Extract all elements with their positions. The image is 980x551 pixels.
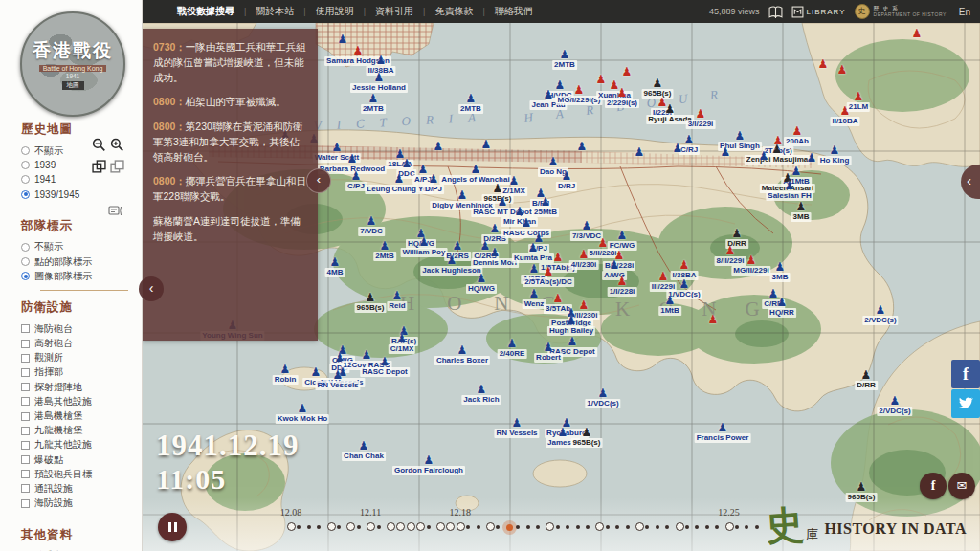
timeline-point[interactable]	[626, 525, 630, 529]
timeline-point[interactable]	[297, 525, 301, 529]
unit-marker[interactable]: ♟	[418, 164, 429, 175]
unit-marker[interactable]: ♟	[528, 242, 539, 253]
unit-marker[interactable]: ♟	[544, 266, 554, 277]
unit-marker[interactable]: ♟	[679, 278, 690, 290]
timeline-point[interactable]	[357, 525, 361, 529]
unit-marker[interactable]: ♟	[330, 256, 341, 268]
unit-marker[interactable]: ♟	[541, 196, 551, 208]
checkbox-control[interactable]	[21, 484, 30, 493]
unit-marker[interactable]: ♟	[490, 247, 501, 258]
unit-marker[interactable]: ♟	[374, 72, 385, 83]
timeline-point[interactable]	[715, 525, 719, 529]
unit-marker[interactable]: ♟	[477, 273, 487, 284]
unit-marker[interactable]: ♟	[402, 158, 412, 169]
unit-marker[interactable]: ♟	[718, 422, 728, 433]
unit-marker[interactable]: ♟	[622, 66, 633, 77]
timeline-point[interactable]	[735, 525, 739, 529]
timeline-point[interactable]	[457, 522, 465, 531]
menu-item[interactable]: 資料引用	[366, 5, 423, 18]
unit-marker[interactable]: ♟	[453, 240, 463, 252]
unit-marker[interactable]: ♟	[424, 454, 434, 466]
unit-marker[interactable]: ♟	[818, 58, 829, 70]
unit-marker[interactable]: ♟	[558, 427, 568, 438]
zoom-out-icon[interactable]	[92, 138, 106, 156]
radio-option[interactable]: 點的部隊標示	[21, 254, 142, 269]
timeline-point[interactable]	[725, 522, 734, 531]
timeline-point[interactable]	[665, 525, 669, 529]
checkbox-option[interactable]: 九龍其他設施	[21, 438, 142, 452]
unit-marker[interactable]: ♟	[362, 349, 372, 361]
timeline-point[interactable]	[676, 522, 684, 531]
unit-marker[interactable]: ♟	[419, 236, 430, 248]
pause-button[interactable]	[158, 513, 187, 541]
unit-marker[interactable]: ♟	[311, 366, 322, 378]
timeline-point[interactable]	[536, 525, 540, 529]
timeline-point[interactable]	[427, 525, 431, 529]
unit-marker[interactable]: ♟	[332, 142, 343, 153]
timeline-point[interactable]	[595, 522, 604, 531]
unit-marker[interactable]: ♟	[490, 223, 501, 234]
timeline-point[interactable]	[387, 522, 395, 531]
radio-control[interactable]	[21, 257, 30, 266]
unit-marker[interactable]: ♟	[471, 164, 481, 175]
unit-marker[interactable]: ♟	[617, 230, 628, 241]
unit-marker[interactable]: ♟	[579, 299, 590, 311]
unit-marker[interactable]: ♟	[610, 259, 620, 271]
unit-marker[interactable]: ♟	[568, 336, 578, 347]
unit-marker[interactable]: ♟	[579, 249, 590, 260]
unit-marker[interactable]: ♟	[792, 125, 803, 137]
checkbox-control[interactable]	[21, 499, 30, 508]
unit-marker[interactable]: ♟	[746, 254, 757, 266]
unit-marker[interactable]: ♟	[759, 150, 769, 162]
library-logo[interactable]: LIBRARY	[791, 6, 846, 18]
unit-marker[interactable]: ♟	[555, 79, 566, 91]
timeline-point[interactable]	[436, 522, 445, 531]
checkbox-option[interactable]: 指揮部	[21, 365, 142, 380]
unit-marker[interactable]: ♟	[394, 173, 405, 185]
unit-marker[interactable]: ♟	[725, 245, 736, 256]
timeline-point[interactable]	[337, 525, 341, 529]
checkbox-control[interactable]	[21, 397, 30, 406]
radio-option[interactable]: 圖像部隊標示	[21, 269, 142, 283]
timeline-point[interactable]	[635, 522, 644, 531]
unit-label-toggle-icon[interactable]	[108, 203, 123, 220]
timeline-point[interactable]	[396, 522, 405, 531]
radio-control[interactable]	[21, 161, 30, 169]
checkbox-control[interactable]	[21, 441, 30, 450]
unit-marker[interactable]: ♟	[380, 356, 390, 367]
unit-marker[interactable]: ♟	[338, 33, 348, 45]
unit-marker[interactable]: ♟	[708, 314, 719, 325]
unit-marker[interactable]: ♟	[679, 259, 690, 271]
unit-marker[interactable]: ♟	[562, 170, 572, 182]
checkbox-control[interactable]	[21, 324, 30, 333]
unit-marker[interactable]: ♟	[854, 91, 864, 102]
timeline-point[interactable]	[346, 522, 355, 531]
unit-marker[interactable]: ♟	[577, 141, 588, 152]
unit-marker[interactable]: ♟	[635, 146, 645, 158]
unit-marker[interactable]: ♟	[366, 292, 376, 303]
unit-marker[interactable]: ♟	[347, 153, 358, 165]
timeline-point[interactable]	[446, 522, 455, 531]
unit-marker[interactable]: ♟	[498, 196, 508, 208]
timeline-point[interactable]	[367, 522, 375, 531]
unit-marker[interactable]: ♟	[481, 139, 492, 150]
timeline-point[interactable]	[377, 525, 381, 529]
unit-marker[interactable]: ♟	[553, 293, 564, 304]
unit-marker[interactable]: ♟	[298, 403, 308, 414]
unit-marker[interactable]: ♟	[673, 143, 683, 154]
language-toggle-en[interactable]: En	[955, 7, 970, 17]
unit-marker[interactable]: ♟	[665, 103, 676, 115]
radio-control[interactable]	[21, 175, 30, 184]
unit-marker[interactable]: ♟	[617, 276, 628, 287]
unit-marker[interactable]: ♟	[434, 141, 444, 152]
unit-marker[interactable]: ♟	[376, 55, 387, 66]
timeline-point[interactable]	[645, 525, 649, 529]
unit-marker[interactable]: ♟	[447, 254, 457, 266]
unit-marker[interactable]: ♟	[653, 77, 663, 89]
unit-marker[interactable]: ♟	[574, 84, 585, 96]
timeline-point[interactable]	[556, 525, 560, 529]
timeline-point[interactable]	[526, 525, 530, 529]
unit-marker[interactable]: ♟	[890, 395, 901, 407]
checkbox-control[interactable]	[21, 340, 30, 348]
unit-marker[interactable]: ♟	[522, 217, 532, 229]
